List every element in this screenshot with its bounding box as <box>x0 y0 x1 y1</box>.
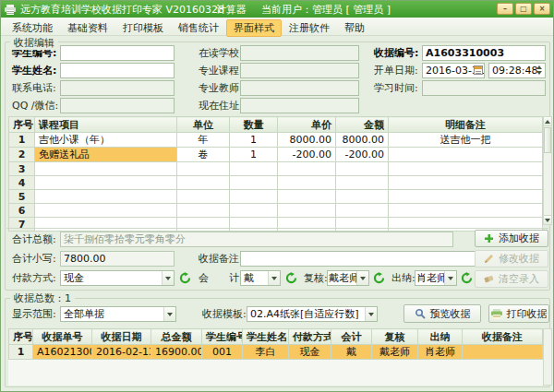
qq-wechat-input[interactable] <box>60 98 175 113</box>
row-payment[interactable]: 现金 <box>289 345 331 360</box>
study-time-input[interactable] <box>422 80 546 96</box>
chevron-down-icon[interactable] <box>356 271 368 285</box>
chevron-down-icon[interactable] <box>365 307 377 321</box>
row-price[interactable] <box>278 218 336 232</box>
menu-sales-stats[interactable]: 销售统计 <box>171 19 226 37</box>
maximize-button[interactable]: □ <box>515 3 532 15</box>
row-course[interactable] <box>35 218 177 232</box>
row-unit[interactable] <box>177 218 230 232</box>
row-amount[interactable]: -200.00 <box>336 148 389 162</box>
row-note[interactable] <box>389 148 543 162</box>
row-student-id[interactable]: 001 <box>202 345 243 360</box>
menu-help[interactable]: 帮助 <box>337 19 372 37</box>
row-seq[interactable]: 2 <box>9 148 35 162</box>
row-amount[interactable] <box>336 204 389 218</box>
refresh-icon[interactable] <box>285 272 297 284</box>
row-course[interactable]: 吉他小课（年） <box>35 133 177 148</box>
print-receipt-button[interactable]: 打印收据 <box>488 304 549 323</box>
address-input[interactable] <box>240 98 359 113</box>
payment-method-combo[interactable]: 现金 <box>60 270 175 286</box>
row-qty[interactable] <box>230 218 278 232</box>
row-seq[interactable]: 6 <box>9 204 35 218</box>
refresh-icon[interactable] <box>179 272 191 284</box>
row-amount[interactable] <box>336 162 389 176</box>
time-spinner[interactable] <box>536 65 542 75</box>
row-note[interactable] <box>389 204 543 218</box>
row-price[interactable] <box>278 190 336 204</box>
row-seq[interactable]: 1 <box>9 133 35 148</box>
row-qty[interactable]: 1 <box>230 133 278 148</box>
row-unit[interactable] <box>177 204 230 218</box>
menu-register[interactable]: 注册软件 <box>282 19 337 37</box>
menu-ui-style[interactable]: 界面样式 <box>226 19 282 37</box>
phone-input[interactable] <box>60 80 175 96</box>
row-qty[interactable] <box>230 190 278 204</box>
refresh-icon[interactable] <box>461 272 473 284</box>
receipts-table-scrollbar[interactable] <box>543 328 552 386</box>
modify-receipt-button[interactable]: 修改收据 <box>475 250 548 267</box>
chevron-down-icon[interactable] <box>444 271 456 285</box>
row-amount[interactable]: 16900.00 <box>151 345 202 360</box>
row-unit[interactable] <box>177 190 230 204</box>
receipt-no-field[interactable]: A1603310003 <box>422 45 546 61</box>
row-qty[interactable] <box>230 162 278 176</box>
school-input[interactable] <box>240 45 359 61</box>
row-qty[interactable] <box>230 204 278 218</box>
receipt-row-selected[interactable]: 1 A1602130002 2016-02-13 16900.00 001 李白… <box>9 345 543 360</box>
row-seq[interactable]: 1 <box>9 345 33 360</box>
row-note[interactable]: 送吉他一把 <box>389 133 543 148</box>
menu-system[interactable]: 系统功能 <box>5 19 60 37</box>
teacher-input[interactable] <box>240 80 359 96</box>
row-note[interactable] <box>389 176 543 190</box>
clear-entry-button[interactable]: 清空录入 <box>475 270 548 288</box>
row-price[interactable] <box>278 162 336 176</box>
row-date[interactable]: 2016-02-13 <box>92 345 151 360</box>
row-note[interactable] <box>463 345 543 360</box>
row-qty[interactable]: 1 <box>230 148 278 162</box>
receipt-template-combo[interactable]: 02.A4纸张[自适应行数] <box>247 306 378 322</box>
calendar-icon[interactable] <box>474 65 483 75</box>
row-unit[interactable]: 卷 <box>177 148 230 162</box>
row-unit[interactable]: 年 <box>177 133 230 148</box>
student-name-input[interactable] <box>60 63 175 78</box>
row-price[interactable] <box>278 204 336 218</box>
row-course[interactable] <box>35 190 177 204</box>
scroll-up-icon[interactable] <box>544 117 551 126</box>
chevron-down-icon[interactable] <box>268 271 280 285</box>
preview-receipt-button[interactable]: 预览收据 <box>403 304 481 323</box>
row-amount[interactable]: 8000.00 <box>336 133 389 148</box>
row-note[interactable] <box>389 162 543 176</box>
row-price[interactable]: -200.00 <box>278 148 336 162</box>
row-price[interactable]: 8000.00 <box>278 133 336 148</box>
cashier-combo[interactable]: 肖老师 <box>415 270 457 286</box>
display-scope-combo[interactable]: 全部单据 <box>60 306 176 322</box>
row-note[interactable] <box>389 190 543 204</box>
course-input[interactable] <box>240 63 359 78</box>
row-receipt-no[interactable]: A1602130002 <box>33 345 92 360</box>
menu-print-template[interactable]: 打印模板 <box>115 19 171 37</box>
menu-basic-data[interactable]: 基础资料 <box>60 19 115 37</box>
row-accountant[interactable]: 戴 <box>331 345 372 360</box>
student-id-input[interactable] <box>60 45 175 61</box>
row-reviewer[interactable]: 戴老师 <box>372 345 418 360</box>
row-student-name[interactable]: 李白 <box>243 345 289 360</box>
accountant-combo[interactable]: 戴 <box>240 270 281 286</box>
row-unit[interactable] <box>177 176 230 190</box>
close-button[interactable]: × <box>534 3 550 15</box>
row-seq[interactable]: 4 <box>9 176 35 190</box>
spinner-down-icon[interactable] <box>536 71 542 75</box>
scrollbar-thumb[interactable] <box>544 127 551 153</box>
row-unit[interactable] <box>177 162 230 176</box>
reviewer-combo[interactable]: 戴老师 <box>327 270 369 286</box>
add-receipt-button[interactable]: 添加收据 <box>475 230 548 247</box>
items-table-scrollbar[interactable] <box>543 116 552 225</box>
row-seq[interactable]: 7 <box>9 218 35 232</box>
row-amount[interactable] <box>336 218 389 232</box>
chevron-down-icon[interactable] <box>163 307 175 321</box>
row-amount[interactable] <box>336 190 389 204</box>
spinner-up-icon[interactable] <box>536 65 542 69</box>
row-price[interactable] <box>278 176 336 190</box>
refresh-icon[interactable] <box>373 272 385 284</box>
row-seq[interactable]: 5 <box>9 190 35 204</box>
minimize-button[interactable]: – <box>497 3 513 15</box>
